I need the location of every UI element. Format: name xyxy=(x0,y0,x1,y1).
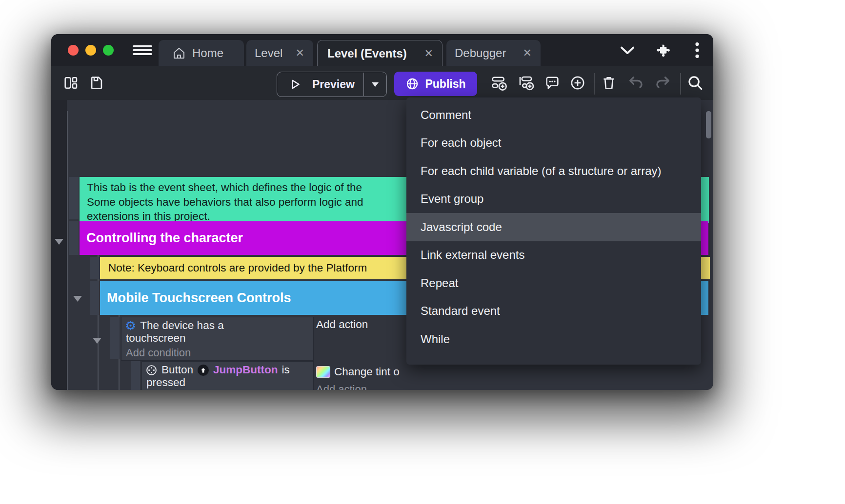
tab-label: Level (Events) xyxy=(327,47,407,60)
condition-text: touchscreen xyxy=(121,332,313,345)
save-icon[interactable] xyxy=(88,66,105,100)
gamepad-icon xyxy=(145,364,158,376)
action-cell-change-tint[interactable]: Change tint o Add action xyxy=(316,366,400,390)
close-icon[interactable]: ✕ xyxy=(514,47,541,59)
add-subevent-icon[interactable] xyxy=(517,66,535,100)
condition-text: pressed xyxy=(142,376,313,389)
divider xyxy=(363,73,364,96)
kebab-menu-icon[interactable] xyxy=(694,34,700,66)
condition-text: is xyxy=(282,364,290,376)
group-title: Controlling the character xyxy=(86,231,243,246)
menu-item-javascript-code[interactable]: Javascript code xyxy=(406,213,701,241)
event-margin-bar xyxy=(69,177,79,219)
jumpbutton-object-icon xyxy=(197,364,209,376)
delete-icon[interactable] xyxy=(601,66,617,100)
preview-button[interactable]: Preview xyxy=(277,72,387,97)
close-icon[interactable]: ✕ xyxy=(416,47,442,60)
menu-item-standard-event[interactable]: Standard event xyxy=(406,297,701,326)
publish-label: Publish xyxy=(425,78,465,91)
menu-item-repeat[interactable]: Repeat xyxy=(406,269,701,297)
add-action-link[interactable]: Add action xyxy=(316,378,400,390)
caret-down-icon[interactable] xyxy=(371,81,380,87)
app-window: Home Level ✕ Level (Events) ✕ Debugger ✕ xyxy=(51,34,713,390)
publish-button[interactable]: Publish xyxy=(394,72,477,96)
tab-level[interactable]: Level ✕ xyxy=(246,40,313,66)
layout-panels-icon[interactable] xyxy=(63,66,79,100)
vertical-scrollbar-thumb[interactable] xyxy=(706,111,711,138)
menu-item-comment[interactable]: Comment xyxy=(406,101,701,129)
condition-text: Button xyxy=(161,364,193,376)
tab-level-events[interactable]: Level (Events) ✕ xyxy=(317,40,443,66)
close-icon[interactable]: ✕ xyxy=(287,47,313,59)
home-icon xyxy=(172,46,186,60)
menu-item-link-external-events[interactable]: Link external events xyxy=(406,241,701,270)
tab-debugger[interactable]: Debugger ✕ xyxy=(446,40,541,66)
event-margin-bar xyxy=(131,361,140,390)
condition-cell-touchscreen[interactable]: ⚙ The device has a touchscreen Add condi… xyxy=(121,317,314,361)
menu-item-event-group[interactable]: Event group xyxy=(406,185,701,213)
collapse-toggle-icon[interactable] xyxy=(93,338,101,344)
add-circle-icon[interactable] xyxy=(569,66,586,100)
note-text: Note: Keyboard controls are provided by … xyxy=(108,262,367,274)
screenshot-stage: Home Level ✕ Level (Events) ✕ Debugger ✕ xyxy=(0,0,845,504)
minimize-window-button[interactable] xyxy=(85,45,96,56)
add-event-context-menu: Comment For each object For each child v… xyxy=(406,97,701,365)
tab-label: Level xyxy=(255,46,282,60)
menu-item-for-each-object[interactable]: For each object xyxy=(406,129,701,157)
menu-item-while[interactable]: While xyxy=(406,325,701,353)
divider xyxy=(680,73,681,95)
object-name: JumpButton xyxy=(213,364,278,376)
condition-text: The device has a xyxy=(140,319,223,332)
titlebar: Home Level ✕ Level (Events) ✕ Debugger ✕ xyxy=(51,34,713,66)
divider xyxy=(594,73,595,95)
preview-label: Preview xyxy=(312,78,355,91)
collapse-toggle-icon[interactable] xyxy=(55,239,63,245)
menu-item-for-each-child-variable[interactable]: For each child variable (of a structure … xyxy=(406,157,701,185)
search-icon[interactable] xyxy=(687,66,704,100)
event-margin-bar xyxy=(90,281,99,315)
add-comment-icon[interactable] xyxy=(544,66,561,100)
tab-label: Debugger xyxy=(455,46,506,60)
redo-icon[interactable] xyxy=(654,66,672,100)
addons-puzzle-icon[interactable] xyxy=(655,34,671,66)
close-window-button[interactable] xyxy=(68,45,79,56)
undo-icon[interactable] xyxy=(627,66,644,100)
sheet-margin xyxy=(51,100,67,390)
event-margin-bar xyxy=(90,257,99,279)
globe-icon xyxy=(405,77,419,91)
toolbar: Preview Publish xyxy=(51,66,713,100)
add-action-link[interactable]: Add action xyxy=(316,318,368,331)
indent-guide xyxy=(67,111,68,390)
tint-color-icon xyxy=(316,366,330,378)
action-text: Change tint o xyxy=(334,366,400,378)
event-margin-bar xyxy=(110,317,120,359)
system-gear-icon: ⚙ xyxy=(125,320,136,331)
add-event-icon[interactable] xyxy=(490,66,508,100)
group-title: Mobile Touchscreen Controls xyxy=(107,291,291,306)
collapse-toggle-icon[interactable] xyxy=(73,296,82,302)
event-margin-bar xyxy=(69,221,79,255)
add-condition-link[interactable]: Add condition xyxy=(121,345,313,359)
tab-home[interactable]: Home xyxy=(159,40,244,66)
chevron-down-icon[interactable] xyxy=(620,34,635,66)
condition-cell-jump-pressed[interactable]: Button JumpButton is pressed 1 Trigger o… xyxy=(141,361,314,390)
zoom-window-button[interactable] xyxy=(103,45,114,56)
play-icon xyxy=(289,78,302,91)
main-menu-icon[interactable] xyxy=(133,45,152,55)
tab-label: Home xyxy=(192,46,223,60)
